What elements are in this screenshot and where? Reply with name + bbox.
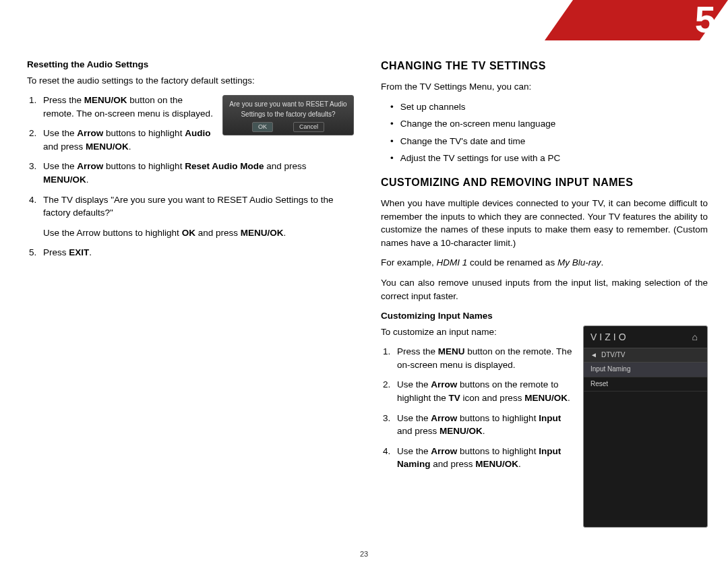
page-number: 23: [0, 550, 728, 558]
list-item: Change the TV's date and time: [390, 135, 708, 148]
vizio-menu-screenshot: VIZIO ⌂ ◄ DTV/TV Input Naming Reset: [583, 325, 708, 528]
right-column: CHANGING THE TV SETTINGS From the TV Set…: [381, 54, 708, 549]
left-column: Resetting the Audio Settngs To reset the…: [27, 54, 354, 549]
reset-audio-intro: To reset the audio settings to the facto…: [27, 74, 354, 88]
vizio-row-reset: Reset: [584, 377, 707, 392]
dialog-cancel-button: Cancel: [293, 122, 324, 132]
chapter-number: 5: [695, 0, 716, 41]
customizing-input-names-subheading: Customizing Input Names: [381, 309, 708, 323]
dialog-line1: Are you sure you want to RESET Audio: [226, 100, 351, 110]
step-5: Press EXIT.: [39, 246, 354, 259]
dialog-ok-button: OK: [252, 122, 273, 132]
reset-confirm-dialog: Are you sure you want to RESET Audio Set…: [222, 95, 354, 135]
list-item: Change the on-screen menu language: [390, 117, 708, 131]
custom-input-p1: When you have multiple devices connected…: [381, 197, 708, 249]
vizio-brand: VIZIO: [590, 330, 629, 344]
dialog-line2: Settings to the factory defaults?: [226, 110, 351, 120]
custom-input-p2: For example, HDMI 1 could be renamed as …: [381, 256, 708, 270]
back-arrow-icon: ◄: [590, 350, 597, 361]
list-item: Set up channels: [390, 100, 708, 114]
tv-settings-list: Set up channels Change the on-screen men…: [390, 100, 708, 165]
vizio-row-input-naming: Input Naming: [584, 363, 707, 377]
customizing-input-names-heading: CUSTOMIZING AND REMOVING INPUT NAMES: [381, 175, 708, 190]
reset-audio-heading: Resetting the Audio Settngs: [27, 58, 354, 71]
list-item: Adjust the TV settings for use with a PC: [390, 152, 708, 165]
custom-input-p3: You can also remove unused inputs from t…: [381, 276, 708, 303]
step-4: The TV displays "Are you sure you want t…: [39, 193, 354, 240]
step-3: Use the Arrow buttons to highlight Reset…: [39, 160, 354, 186]
tv-settings-intro: From the TV Settings Menu, you can:: [381, 80, 708, 94]
vizio-tab: DTV/TV: [601, 350, 626, 361]
home-icon: ⌂: [692, 330, 700, 344]
changing-tv-settings-heading: CHANGING THE TV SETTINGS: [381, 58, 708, 73]
